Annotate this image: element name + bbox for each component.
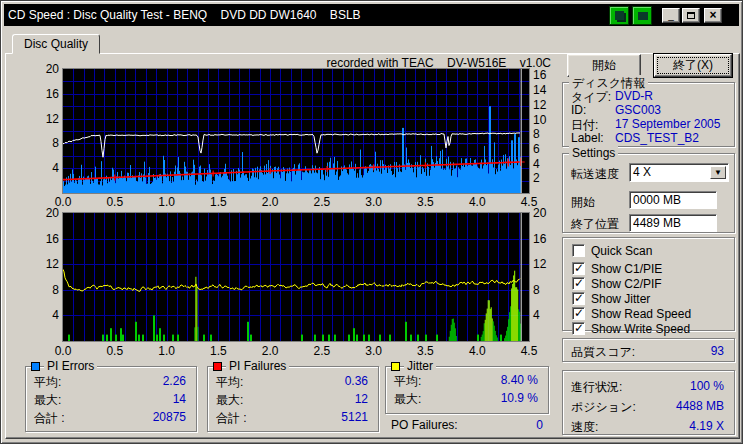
disc-label-value: CDS_TEST_B2 bbox=[615, 131, 699, 145]
checkbox-label: Show Read Speed bbox=[591, 307, 691, 321]
checkbox-icon[interactable] bbox=[572, 277, 585, 290]
title-bar: CD Speed : Disc Quality Test - BENQ DVD … bbox=[4, 4, 739, 26]
total-label: 合計 : bbox=[34, 410, 65, 427]
progress-label: 進行状況: bbox=[571, 379, 622, 396]
start-pos-label: 開始 bbox=[571, 194, 595, 211]
maximize-icon bbox=[687, 12, 695, 19]
app-window: CD Speed : Disc Quality Test - BENQ DVD … bbox=[0, 0, 743, 444]
avg-label: 平均: bbox=[216, 374, 243, 391]
checkbox-label: Show Write Speed bbox=[591, 322, 690, 336]
exit-button[interactable]: 終了(X) bbox=[654, 54, 732, 77]
progress-box: 進行状況:100 % ポジション:4488 MB 速度:4.19 X bbox=[562, 370, 735, 435]
avg-label: 平均: bbox=[34, 374, 61, 391]
checkbox-icon[interactable] bbox=[572, 244, 585, 257]
settings-title: Settings bbox=[569, 146, 618, 160]
max-label: 最大: bbox=[394, 391, 421, 408]
pi-errors-title: PI Errors bbox=[44, 359, 97, 373]
speed-label: 転送速度 bbox=[571, 166, 619, 183]
checkbox-label: Show C2/PIF bbox=[591, 277, 662, 291]
max-value: 14 bbox=[173, 392, 186, 406]
disc-label-label: Label: bbox=[571, 131, 604, 145]
start-pos-input[interactable] bbox=[629, 191, 717, 209]
quality-score-label: 品質スコア: bbox=[571, 344, 635, 361]
pi-errors-chart[interactable] bbox=[62, 68, 530, 194]
cdspeed-save-icon-button[interactable] bbox=[632, 6, 652, 25]
cdspeed-copy-icon-button[interactable] bbox=[609, 6, 629, 25]
chevron-down-icon[interactable]: ▼ bbox=[710, 166, 726, 179]
position-label: ポジション: bbox=[571, 399, 636, 416]
settings-group: Settings 転送速度 4 X ▼ 開始 終了位置 bbox=[562, 153, 735, 233]
quality-score-value: 93 bbox=[711, 344, 724, 358]
position-value: 4488 MB bbox=[676, 399, 724, 413]
max-value: 12 bbox=[355, 392, 368, 406]
pi-failures-jitter-chart[interactable] bbox=[62, 212, 530, 342]
checkbox-label: Show Jitter bbox=[591, 292, 650, 306]
close-button[interactable]: × bbox=[704, 8, 722, 23]
total-value: 5121 bbox=[341, 410, 368, 424]
disc-date-value: 17 September 2005 bbox=[615, 117, 720, 131]
options-group: Quick Scan Show C1/PIE Show C2/PIF Show … bbox=[562, 237, 735, 331]
tab-disc-quality[interactable]: Disc Quality bbox=[12, 34, 100, 54]
jitter-stats-box: Jitter 平均:8.40 % 最大:10.9 % bbox=[385, 366, 549, 414]
avg-value: 8.40 % bbox=[501, 373, 538, 387]
total-label: 合計 : bbox=[216, 410, 247, 427]
window-title: CD Speed : Disc Quality Test - BENQ DVD … bbox=[8, 8, 361, 22]
disk-icon bbox=[638, 12, 648, 20]
start-button[interactable]: 開始 bbox=[567, 54, 641, 77]
checkbox-icon[interactable] bbox=[572, 262, 585, 275]
avg-value: 0.36 bbox=[345, 374, 368, 388]
checkbox-icon[interactable] bbox=[572, 307, 585, 320]
progress-value: 100 % bbox=[690, 379, 724, 393]
checkbox-label: Show C1/PIE bbox=[591, 262, 662, 276]
max-label: 最大: bbox=[34, 392, 61, 409]
speed-status-value: 4.19 X bbox=[689, 419, 724, 433]
end-pos-input[interactable] bbox=[629, 214, 717, 232]
po-failures-row: PO Failures: 0 bbox=[391, 418, 543, 432]
jitter-title: Jitter bbox=[404, 359, 436, 373]
max-value: 10.9 % bbox=[501, 391, 538, 405]
disc-id-value: GSC003 bbox=[615, 103, 661, 117]
po-failures-value: 0 bbox=[536, 418, 543, 432]
checkbox-icon[interactable] bbox=[572, 322, 585, 335]
disc-id-label: ID: bbox=[571, 103, 586, 117]
pi-errors-stats-box: PI Errors 平均:2.26 最大:14 合計 :20875 bbox=[25, 366, 197, 432]
speed-value: 4 X bbox=[633, 165, 651, 179]
pi-failures-swatch-icon bbox=[213, 362, 222, 371]
end-pos-label: 終了位置 bbox=[571, 216, 619, 233]
copy-icon bbox=[615, 11, 624, 20]
minimize-button[interactable]: _ bbox=[662, 8, 680, 23]
avg-value: 2.26 bbox=[163, 374, 186, 388]
maximize-button[interactable] bbox=[682, 8, 700, 23]
quality-score-box: 品質スコア:93 bbox=[562, 338, 735, 362]
max-label: 最大: bbox=[216, 392, 243, 409]
avg-label: 平均: bbox=[394, 373, 421, 390]
pi-failures-stats-box: PI Failures 平均:0.36 最大:12 合計 :5121 bbox=[207, 366, 379, 432]
po-failures-label: PO Failures: bbox=[391, 418, 458, 432]
checkbox-label: Quick Scan bbox=[591, 244, 652, 258]
total-value: 20875 bbox=[153, 410, 186, 424]
pi-failures-title: PI Failures bbox=[226, 359, 289, 373]
jitter-swatch-icon bbox=[391, 362, 400, 371]
pi-errors-swatch-icon bbox=[31, 362, 40, 371]
speed-status-label: 速度: bbox=[571, 419, 598, 436]
checkbox-icon[interactable] bbox=[572, 292, 585, 305]
disc-info-group: ディスク情報 タイプ:DVD-R ID:GSC003 日付:17 Septemb… bbox=[562, 82, 735, 147]
disc-type-value: DVD-R bbox=[615, 89, 653, 103]
speed-combobox[interactable]: 4 X ▼ bbox=[629, 163, 729, 182]
